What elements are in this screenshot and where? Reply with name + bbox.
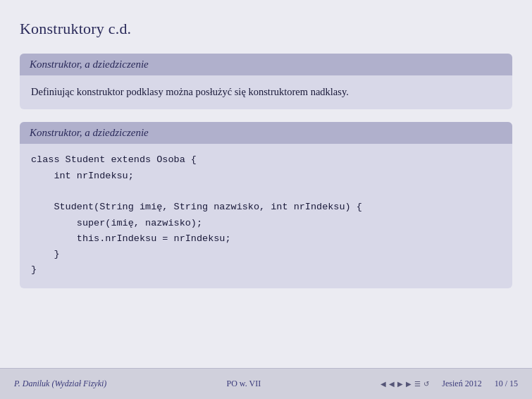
card-theory: Konstruktor, a dziedziczenie Definiując … [20, 54, 512, 109]
card-code-body: class Student extends Osoba { int nrInde… [20, 144, 512, 288]
code-content: class Student extends Osoba { int nrInde… [31, 152, 501, 278]
footer: P. Daniluk (Wydział Fizyki) PO w. VII ◀ … [0, 368, 532, 399]
card-theory-body: Definiując konstruktor podklasy można po… [20, 75, 512, 109]
footer-course: PO w. VII [226, 379, 261, 389]
nav-prev-icon[interactable]: ◀ [381, 380, 386, 388]
footer-author: P. Daniluk (Wydział Fizyki) [14, 379, 106, 389]
nav-menu-icon[interactable]: ☰ [414, 380, 421, 388]
nav-refresh-icon[interactable]: ↺ [423, 380, 429, 388]
nav-prev2-icon[interactable]: ◀ [389, 380, 395, 388]
footer-date: Jesień 2012 [442, 379, 481, 389]
slide-title: Konstruktory c.d. [20, 20, 512, 38]
footer-right: ◀ ◀ ▶ ▶ ☰ ↺ Jesień 2012 10 / 15 [381, 379, 518, 389]
card-code-header: Konstruktor, a dziedziczenie [20, 122, 512, 144]
nav-next2-icon[interactable]: ▶ [397, 380, 403, 388]
nav-icons[interactable]: ◀ ◀ ▶ ▶ ☰ ↺ [381, 380, 429, 388]
card-code: Konstruktor, a dziedziczenie class Stude… [20, 122, 512, 288]
card-theory-header: Konstruktor, a dziedziczenie [20, 54, 512, 75]
slide: Konstruktory c.d. Konstruktor, a dziedzi… [0, 0, 532, 399]
footer-page: 10 / 15 [495, 379, 518, 389]
nav-next-icon[interactable]: ▶ [406, 380, 412, 388]
